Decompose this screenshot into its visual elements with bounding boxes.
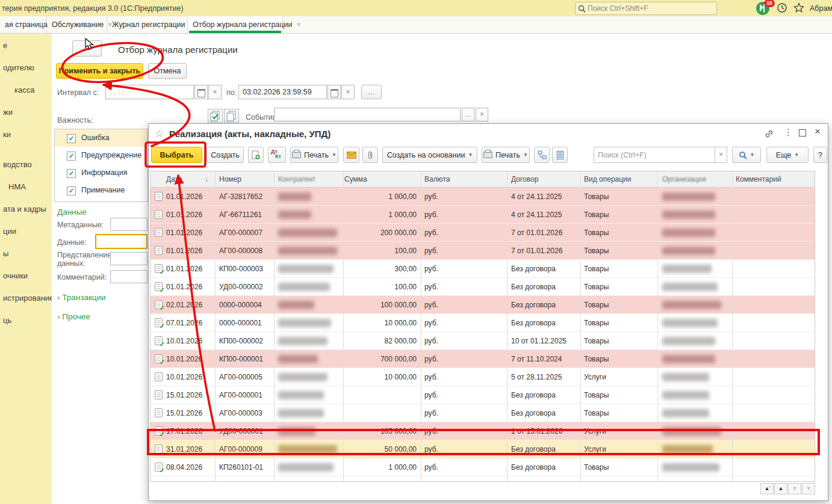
column-header[interactable]: Договор	[511, 175, 538, 183]
events-clear-button[interactable]: ×	[476, 108, 488, 121]
table-row[interactable]: 01.01.2026УД00-000002100,00руб.Без догов…	[151, 278, 815, 296]
select-button[interactable]: Выбрать	[151, 147, 202, 163]
calendar-to-button[interactable]	[328, 85, 341, 99]
table-row[interactable]: 01.01.2026АГ-328176521 000,00руб.4 от 24…	[151, 188, 815, 206]
transactions-section-toggle[interactable]: › Транзакции	[57, 293, 106, 302]
sidebar-item[interactable]: одителю	[3, 63, 34, 72]
column-header[interactable]: Контрагент	[278, 175, 315, 183]
table-row[interactable]: 01.01.2026АГ00-000008100,00руб.7 от 01.0…	[151, 242, 815, 260]
column-header[interactable]: Организация	[662, 175, 706, 183]
table-row[interactable]: 17.01.2026УД00-000001105 000,00руб.1 от …	[151, 422, 815, 440]
sidebar-item[interactable]: ць	[3, 316, 11, 325]
history-icon[interactable]	[777, 2, 787, 13]
events-input[interactable]	[274, 108, 461, 121]
checkbox-checked-icon[interactable]: ✓	[67, 134, 76, 143]
tab-2[interactable]: Обслуживание×	[47, 16, 107, 33]
column-header[interactable]: Дата	[166, 175, 182, 183]
importance-item[interactable]: ✓Ошибка	[55, 129, 147, 147]
go-down-button[interactable]: ▼	[788, 483, 801, 494]
search-options-button[interactable]: ▼	[732, 147, 761, 163]
dtkt-button[interactable]: Дт Кт	[268, 147, 286, 163]
sidebar-item[interactable]: жи	[3, 108, 13, 117]
tab-3[interactable]: Журнал регистрации×	[107, 16, 188, 33]
apply-and-close-button[interactable]: Применить и закрыть	[56, 63, 143, 79]
table-row[interactable]: 02.01.20260000-000004100 000,00руб.Без д…	[151, 296, 815, 314]
tab-4[interactable]: Отбор журнала регистрации×	[188, 16, 283, 33]
sidebar-item[interactable]: ки	[3, 130, 11, 139]
sidebar-item[interactable]: касса	[14, 85, 34, 94]
table-header[interactable]: ДатаНомерКонтрагентСуммаВалютаДоговорВид…	[151, 171, 815, 188]
structure-report-button[interactable]	[534, 147, 550, 163]
column-header[interactable]: Вид операции	[584, 175, 632, 183]
sidebar-item[interactable]: ции	[3, 227, 16, 236]
column-header[interactable]: Комментарий	[736, 175, 781, 183]
table-row[interactable]: 01.01.2026КП00-000003300,00руб.Без догов…	[151, 260, 815, 278]
checkbox-checked-icon[interactable]: ✓	[67, 169, 76, 178]
create-new-icon-button[interactable]	[248, 147, 264, 163]
other-section-toggle[interactable]: › Прочее	[57, 312, 90, 321]
menu-dots-icon[interactable]: ⋮	[784, 127, 793, 138]
comment-input[interactable]	[110, 270, 147, 283]
column-header[interactable]: Валюта	[424, 175, 450, 183]
calendar-from-button[interactable]	[194, 85, 208, 99]
attachment-button[interactable]	[362, 147, 378, 163]
register-records-button[interactable]	[552, 147, 568, 163]
events-more-button[interactable]: ...	[462, 108, 474, 121]
table-row[interactable]: 15.01.2026АГ00-000001руб.Без договораТов…	[151, 386, 815, 404]
sidebar-item[interactable]: очники	[3, 271, 28, 280]
create-button[interactable]: Создать	[206, 147, 244, 163]
sidebar-item[interactable]: НМА	[8, 182, 26, 191]
column-header[interactable]: Сумма	[344, 175, 367, 183]
metadata-input[interactable]	[110, 218, 147, 231]
favorites-star-icon[interactable]	[793, 2, 804, 13]
interval-from-input[interactable]: . . : :	[105, 85, 194, 99]
table-row[interactable]: 01.01.2026АГ00-000007200 000,00руб.7 от …	[151, 224, 815, 242]
email-button[interactable]	[343, 147, 359, 163]
table-row[interactable]: 10.01.2026КП00-00000282 000,00руб.10 от …	[151, 332, 815, 350]
print-button-2[interactable]: Печать▼	[482, 147, 530, 163]
tab-1[interactable]: ая страница	[0, 16, 47, 33]
table-row[interactable]: 07.01.20260000-00000110 000,00руб.Без до…	[151, 314, 815, 332]
column-header[interactable]: Номер	[219, 175, 241, 183]
close-icon[interactable]: ×	[815, 126, 821, 138]
sidebar-item[interactable]: е	[3, 41, 7, 50]
check-all-button[interactable]	[208, 109, 223, 123]
maximize-icon[interactable]	[799, 129, 806, 137]
interval-to-input[interactable]: 03.02.2026 23:59:59	[238, 85, 327, 99]
cancel-button[interactable]: Отмена	[148, 63, 187, 79]
table-row[interactable]: 31.01.2026АГ00-00000950 000,00руб.Без до…	[151, 440, 815, 458]
go-first-button[interactable]: ▲̄	[760, 483, 774, 494]
sidebar-item[interactable]: истрирование	[3, 293, 54, 303]
importance-item[interactable]: ✓Информация	[55, 164, 147, 182]
more-actions-button[interactable]: Еще▼	[766, 147, 809, 163]
checkbox-checked-icon[interactable]: ✓	[67, 152, 76, 161]
checkbox-checked-icon[interactable]: ✓	[67, 186, 76, 195]
data-input[interactable]	[95, 234, 147, 249]
interval-more-button[interactable]: ...	[361, 85, 382, 99]
get-link-icon[interactable]	[765, 129, 774, 138]
table-row[interactable]: 01.01.2026АГ-667112611 000,00руб.4 от 24…	[151, 206, 815, 224]
sidebar-item[interactable]: ы	[3, 249, 8, 258]
go-up-button[interactable]: ▲	[774, 483, 787, 494]
tab-close-icon[interactable]: ×	[297, 20, 301, 29]
sidebar-item[interactable]: ата и кадры	[3, 204, 46, 214]
clear-from-button[interactable]: ×	[208, 85, 222, 99]
table-row[interactable]: 15.01.2026АГ00-000003руб.Без договораТов…	[151, 404, 815, 422]
help-button[interactable]: ?	[813, 147, 827, 163]
table-search-clear-button[interactable]: ×	[715, 147, 727, 163]
back-button[interactable]: ←	[72, 40, 102, 57]
table-row[interactable]: 08.04.2026КП260101-011 000,00руб.Без дог…	[151, 458, 815, 476]
table-row[interactable]: 10.01.2026АГ00-00000510 000,00руб.5 от 2…	[151, 368, 815, 386]
sidebar-item[interactable]: водство	[3, 160, 32, 169]
table-row[interactable]: 10.01.2026КП00-000001700 000,00руб.7 от …	[151, 350, 815, 368]
table-search-input[interactable]: Поиск (Ctrl+F)	[594, 147, 715, 163]
go-last-button[interactable]: ▼̲	[802, 483, 815, 494]
global-search-input[interactable]: Поиск Ctrl+Shift+F	[575, 2, 717, 15]
representation-input[interactable]	[110, 252, 147, 265]
importance-item[interactable]: ✓Примечание	[55, 182, 147, 199]
print-button-1[interactable]: Печать▼	[290, 147, 338, 163]
uncheck-all-button[interactable]	[224, 109, 239, 123]
create-based-on-button[interactable]: Создать на основании▼	[382, 147, 477, 163]
importance-item[interactable]: ✓Предупреждение	[55, 147, 147, 164]
favorite-star-icon[interactable]: ☆	[155, 128, 164, 140]
